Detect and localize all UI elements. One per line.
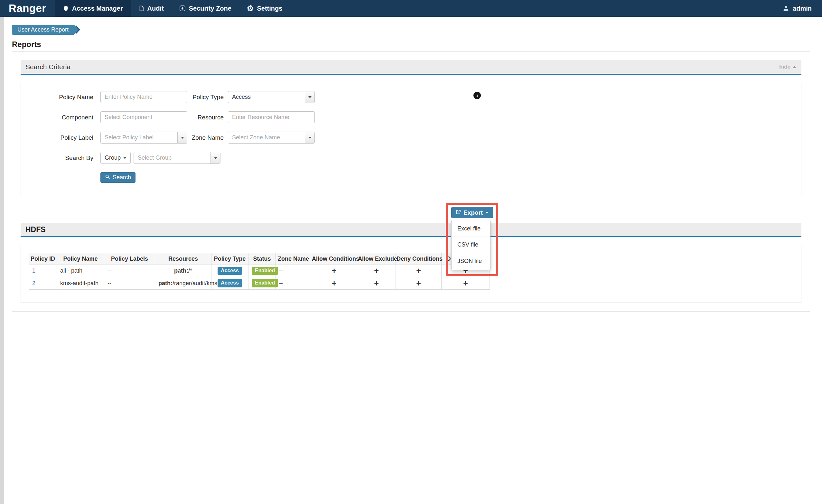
user-menu[interactable]: admin [772, 0, 822, 17]
hide-toggle[interactable]: hide [779, 64, 797, 70]
search-by-group-button[interactable]: Group [100, 152, 131, 164]
breadcrumb-arrow [74, 25, 78, 34]
hide-label: hide [779, 64, 790, 70]
info-icon[interactable]: i [473, 92, 481, 99]
nav-security-zone[interactable]: Security Zone [171, 0, 239, 17]
resource-label: Resource [187, 114, 224, 121]
search-criteria-header: Search Criteria hide [21, 60, 801, 75]
policy-name-input[interactable] [100, 91, 187, 103]
status-cell: Enabled [249, 265, 276, 277]
app-logo[interactable]: Ranger [0, 0, 55, 17]
col-status: Status [249, 253, 276, 265]
deny-conditions-expand[interactable]: + [396, 265, 442, 277]
shield-icon [63, 5, 69, 12]
policy-name-label: Policy Name [21, 94, 93, 101]
search-criteria-title: Search Criteria [25, 63, 70, 71]
policy-labels-cell: -- [104, 265, 155, 277]
caret-up-icon [793, 66, 797, 68]
policy-label-label: Policy Label [21, 134, 93, 141]
nav-label: Access Manager [72, 5, 123, 12]
nav-label: Settings [257, 5, 282, 12]
allow-exclude-expand[interactable]: + [357, 265, 396, 277]
user-name: admin [793, 5, 812, 12]
allow-conditions-expand[interactable]: + [311, 277, 357, 289]
access-badge: Access [218, 279, 242, 287]
main-nav: Access Manager Audit Security Zone ⚙ Set… [55, 0, 290, 17]
select-group-placeholder: Select Group [134, 152, 211, 163]
deny-conditions-expand[interactable]: + [396, 277, 442, 289]
page-title: Reports [12, 40, 810, 49]
component-label: Component [21, 114, 93, 121]
search-by-label: Search By [21, 154, 93, 161]
col-policy-type: Policy Type [212, 253, 249, 265]
table-row: 1 all - path -- path:/* Access Enabled -… [29, 265, 490, 277]
caret-down-icon [485, 212, 489, 214]
access-badge: Access [218, 267, 242, 275]
menu-item-excel-file[interactable]: Excel file [452, 221, 490, 237]
search-form: Policy Name Policy Type Access Component… [21, 82, 801, 196]
search-button-label: Search [113, 174, 131, 181]
zone-name-placeholder: Select Zone Name [228, 132, 305, 143]
export-button[interactable]: Export [451, 207, 493, 218]
col-policy-labels: Policy Labels [104, 253, 155, 265]
caret-down-icon [305, 132, 315, 143]
nav-audit[interactable]: Audit [131, 0, 171, 17]
policy-type-label: Policy Type [187, 94, 224, 101]
col-allow-exclude: Allow Exclude [357, 253, 396, 265]
zone-name-label: Zone Name [187, 134, 224, 141]
export-button-label: Export [463, 209, 483, 216]
document-icon [138, 5, 144, 12]
menu-item-csv-file[interactable]: CSV file [452, 237, 490, 253]
export-icon [456, 209, 461, 216]
col-policy-id: Policy ID [29, 253, 57, 265]
allow-conditions-expand[interactable]: + [311, 265, 357, 277]
policy-type-select[interactable]: Access [228, 91, 315, 103]
policy-id-link[interactable]: 1 [32, 268, 35, 274]
form-row: Policy Name Policy Type Access [21, 91, 801, 103]
status-cell: Enabled [249, 277, 276, 289]
col-resources: Resources [155, 253, 212, 265]
caret-down-icon [305, 91, 315, 103]
caret-down-icon [177, 132, 187, 143]
status-badge: Enabled [252, 267, 278, 275]
user-icon [782, 5, 790, 12]
left-edge-strip [0, 17, 4, 504]
policy-type-cell: Access [212, 265, 249, 277]
breadcrumb-label: User Access Report [17, 26, 68, 33]
breadcrumb[interactable]: User Access Report [12, 25, 74, 35]
nav-label: Security Zone [189, 5, 232, 12]
deny-exclude-expand[interactable]: + [442, 277, 490, 289]
policies-table: Policy ID Policy Name Policy Labels Reso… [29, 253, 490, 290]
hdfs-title: HDFS [25, 225, 46, 234]
resources-cell: path:/* [155, 265, 212, 277]
reports-panel: Search Criteria hide Policy Name Policy … [12, 51, 810, 312]
top-navbar: Ranger Access Manager Audit Security Zon… [0, 0, 822, 17]
nav-access-manager[interactable]: Access Manager [55, 0, 131, 17]
allow-exclude-expand[interactable]: + [357, 277, 396, 289]
caret-down-icon [123, 157, 126, 159]
policy-type-value: Access [228, 91, 305, 103]
form-row: Policy Label Select Policy Label Zone Na… [21, 132, 801, 143]
policy-id-link[interactable]: 2 [32, 280, 35, 287]
zone-name-cell: -- [276, 277, 311, 289]
policy-label-select[interactable]: Select Policy Label [100, 132, 187, 143]
search-by-group-value: Group [105, 154, 121, 161]
main-content: User Access Report Reports Search Criter… [0, 25, 822, 312]
table-row: 2 kms-audit-path -- path:/ranger/audit/k… [29, 277, 490, 289]
select-group-select[interactable]: Select Group [133, 152, 221, 164]
search-button[interactable]: Search [100, 172, 135, 183]
policy-label-placeholder: Select Policy Label [101, 132, 177, 143]
bolt-icon [179, 5, 186, 12]
form-row: Component Resource [21, 111, 801, 123]
nav-label: Audit [147, 5, 164, 12]
menu-item-json-file[interactable]: JSON file [452, 253, 490, 269]
export-spacer [21, 196, 801, 223]
nav-settings[interactable]: ⚙ Settings [239, 0, 290, 17]
component-input[interactable] [100, 111, 187, 123]
policy-name-cell: kms-audit-path [57, 277, 104, 289]
resource-input[interactable] [228, 111, 315, 123]
policy-name-cell: all - path [57, 265, 104, 277]
search-icon [105, 174, 110, 181]
table-header-row: Policy ID Policy Name Policy Labels Reso… [29, 253, 490, 265]
zone-name-select[interactable]: Select Zone Name [228, 132, 315, 143]
